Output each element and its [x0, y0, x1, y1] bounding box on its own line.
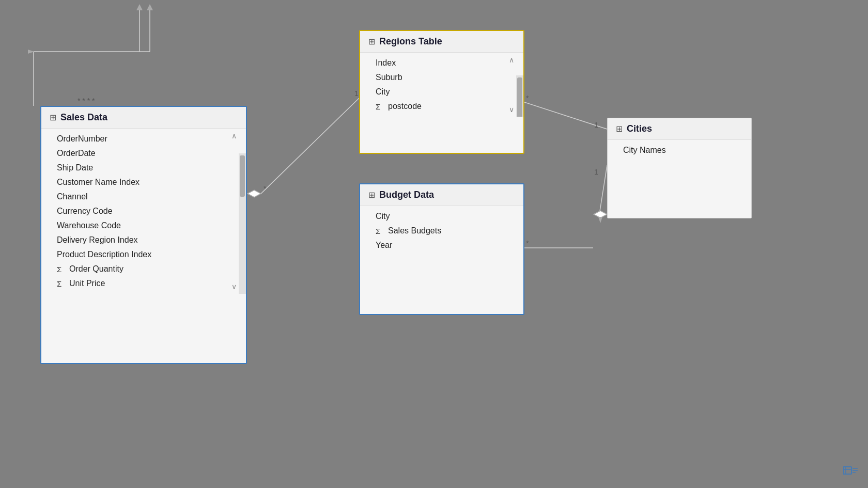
field-currency-code: Currency Code	[41, 204, 246, 218]
sales-data-scrollbar-thumb	[240, 155, 245, 197]
regions-table-icon: ⊞	[368, 37, 375, 46]
scroll-up-icon[interactable]: ∧	[231, 132, 237, 140]
field-product-description-index: Product Description Index	[41, 247, 246, 262]
sales-data-scrollbar[interactable]	[239, 153, 246, 294]
sales-regions-line	[261, 98, 359, 194]
cities-header: ⊞ Cities	[608, 118, 751, 140]
field-delivery-region-index-label: Delivery Region Index	[57, 235, 138, 245]
field-year: Year	[360, 238, 523, 253]
field-order-quantity: Σ Order Quantity	[41, 262, 246, 276]
star-sales: *	[264, 184, 267, 193]
field-index-label: Index	[376, 58, 396, 68]
field-unit-price: Σ Unit Price	[41, 276, 246, 291]
field-city-names: City Names	[608, 143, 751, 158]
field-ship-date-label: Ship Date	[57, 163, 93, 172]
cities-title: Cities	[627, 123, 652, 134]
regions-scroll-up-icon[interactable]: ∧	[509, 56, 514, 64]
field-ship-date: Ship Date	[41, 161, 246, 175]
diamond-budget-cities	[594, 211, 607, 218]
regions-scrollbar-thumb	[517, 77, 522, 117]
scroll-down-icon[interactable]: ∨	[231, 282, 237, 291]
field-customer-name-index-label: Customer Name Index	[57, 178, 140, 187]
field-warehouse-code-label: Warehouse Code	[57, 221, 121, 230]
field-suburb: Suburb	[360, 70, 523, 85]
sales-data-header: ⊞ Sales Data	[41, 107, 246, 129]
sales-data-title: Sales Data	[60, 112, 107, 123]
field-postcode: Σ postcode	[360, 99, 523, 114]
down-arrow-2	[147, 4, 153, 10]
sales-data-icon: ⊞	[50, 113, 56, 122]
field-index: Index	[360, 56, 523, 70]
field-order-number: OrderNumber	[41, 132, 246, 146]
left-arrow	[28, 50, 34, 54]
sigma-postcode: Σ	[376, 102, 384, 111]
field-unit-price-label: Unit Price	[69, 279, 105, 288]
regions-table-card: ⊞ Regions Table ∧ Index Suburb City Σ po…	[359, 30, 524, 154]
sigma-unit-price: Σ	[57, 279, 65, 288]
field-order-date: OrderDate	[41, 146, 246, 161]
star-budget: *	[526, 239, 529, 247]
one-label-cities-2: 1	[594, 168, 598, 176]
field-sales-budgets: Σ Sales Budgets	[360, 224, 523, 238]
field-delivery-region-index: Delivery Region Index	[41, 233, 246, 247]
field-year-label: Year	[376, 241, 392, 250]
star-labels: * * * *	[78, 97, 95, 105]
diamond-sales-regions	[247, 190, 261, 197]
down-arrow-1	[136, 4, 143, 10]
regions-table-body: ∧ Index Suburb City Σ postcode ∨	[360, 53, 523, 117]
star-regions: *	[526, 94, 529, 102]
cities-icon: ⊞	[616, 124, 623, 134]
regions-cities-line-top	[524, 102, 607, 129]
sigma-order-quantity: Σ	[57, 265, 65, 274]
sales-data-body: ∧ OrderNumber OrderDate Ship Date Custom…	[41, 129, 246, 294]
field-order-number-label: OrderNumber	[57, 134, 107, 144]
regions-scroll-down-icon[interactable]: ∨	[509, 105, 514, 114]
field-channel: Channel	[41, 190, 246, 204]
field-order-date-label: OrderDate	[57, 149, 96, 158]
budget-data-title: Budget Data	[379, 190, 434, 200]
field-customer-name-index: Customer Name Index	[41, 175, 246, 190]
one-label-regions: 1	[354, 89, 359, 98]
budget-data-card: ⊞ Budget Data City Σ Sales Budgets Year	[359, 183, 524, 315]
field-channel-label: Channel	[57, 192, 88, 201]
field-city-budget: City	[360, 209, 523, 224]
sales-data-card: ⊞ Sales Data ∧ OrderNumber OrderDate Shi…	[40, 106, 247, 364]
cities-budget-line	[599, 165, 607, 214]
field-sales-budgets-label: Sales Budgets	[388, 226, 441, 235]
field-currency-code-label: Currency Code	[57, 207, 113, 216]
regions-table-title: Regions Table	[379, 36, 442, 47]
budget-data-header: ⊞ Budget Data	[360, 184, 523, 206]
svg-rect-0	[843, 467, 851, 474]
field-product-description-index-label: Product Description Index	[57, 250, 151, 259]
field-city-names-label: City Names	[623, 146, 666, 155]
down-arrow-budget	[598, 217, 602, 223]
field-order-quantity-label: Order Quantity	[69, 264, 123, 274]
regions-table-header: ⊞ Regions Table	[360, 31, 523, 53]
field-city-budget-label: City	[376, 212, 390, 221]
cities-card: ⊞ Cities City Names	[607, 118, 752, 218]
field-warehouse-code: Warehouse Code	[41, 218, 246, 233]
budget-data-body: City Σ Sales Budgets Year	[360, 206, 523, 256]
one-label-cities-1: 1	[594, 121, 598, 129]
field-city-regions: City	[360, 85, 523, 99]
field-city-regions-label: City	[376, 87, 390, 97]
cities-body: City Names	[608, 140, 751, 161]
sigma-sales-budgets: Σ	[376, 227, 384, 235]
nav-icon[interactable]	[843, 466, 859, 482]
budget-data-icon: ⊞	[368, 190, 375, 200]
field-postcode-label: postcode	[388, 102, 422, 111]
field-suburb-label: Suburb	[376, 73, 402, 82]
regions-scrollbar[interactable]	[516, 75, 523, 117]
